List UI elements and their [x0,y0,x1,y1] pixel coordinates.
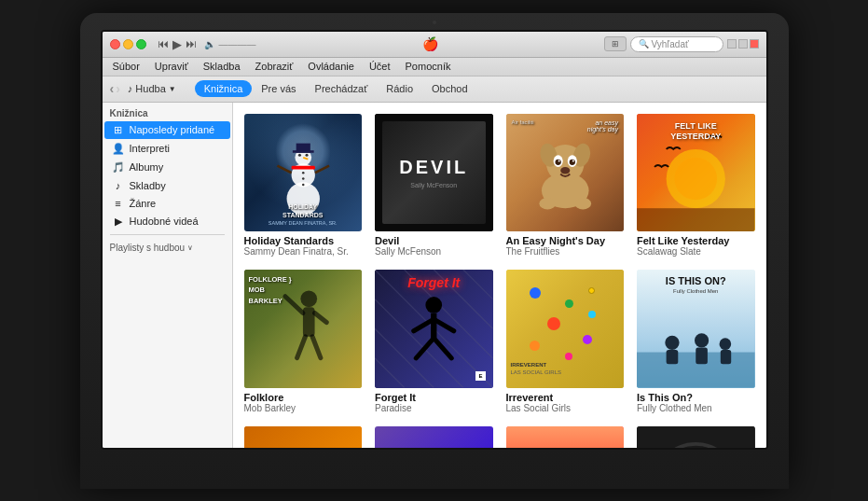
camera-dot [433,21,436,24]
resize-btn-1[interactable] [727,39,737,49]
menu-pomocnik[interactable]: Pomocník [403,60,454,73]
svg-point-43 [665,336,679,350]
minimize-button[interactable] [123,39,133,49]
search-icon: 🔍 [639,39,649,49]
album-title-3: An Easy Night's Day [506,235,625,246]
sidebar-item-zanre[interactable]: ≡ Žánre [104,195,230,212]
naposledy-icon: ⊞ [112,124,125,136]
window-resize-buttons [727,39,759,49]
tab-kniznica[interactable]: Knižnica [195,80,253,97]
tab-radio[interactable]: Rádio [377,80,422,97]
tab-prechadza[interactable]: Prechádzať [306,80,378,97]
close-x-btn[interactable] [750,39,759,49]
laptop-screen: ⏮ ▶ ⏭ 🔈 ———— 🍎 ⊞ 🔍 Vyhľadať [101,30,768,450]
album-item-4[interactable]: FELT LIKEYESTERDAY Felt Like Yesterday S… [637,114,755,257]
playlists-label[interactable]: Playlisty s hudbou ∨ [103,239,232,255]
album-title-4: Felt Like Yesterday [637,235,755,246]
svg-point-24 [560,166,570,174]
menu-skladba[interactable]: Skladba [200,60,243,73]
sidebar-section-title: Knižnica [103,103,232,120]
next-track-button[interactable]: ⏭ [186,37,197,50]
album-artist-2: Sally McFenson [375,246,493,257]
search-placeholder[interactable]: Vyhľadať [652,39,689,49]
svg-point-10 [301,177,304,180]
menu-ucet[interactable]: Účet [366,60,393,73]
svg-point-30 [300,290,317,307]
album-artist-1: Sammy Dean Finatra, Sr. [244,246,363,257]
volume-icon: 🔈 [204,39,215,49]
sidebar-item-hudvidea[interactable]: ▶ Hudobné videá [104,213,230,230]
sidebar-item-albumy[interactable]: 🎵 Albumy [104,159,230,176]
album-item-6[interactable]: Forget It E Forget It Paradise [375,270,493,413]
sidebar-divider [110,234,225,235]
svg-point-36 [425,297,442,313]
maximize-button[interactable] [136,39,146,49]
interpreti-label: Interpreti [130,143,170,154]
album-item-7[interactable]: IRREVERENTLAS SOCIAL GIRLS Irreverent La… [506,270,625,413]
resize-btn-2[interactable] [738,39,748,49]
album-item-3[interactable]: an easynight's day Air faciliti An Easy … [506,114,625,257]
svg-line-13 [314,165,328,173]
albumy-label: Albumy [130,161,164,173]
album-cover-4: FELT LIKEYESTERDAY [637,114,755,232]
play-button[interactable]: ▶ [172,37,182,51]
prev-track-button[interactable]: ⏮ [158,37,169,50]
svg-rect-49 [244,426,363,448]
music-note-icon: ♪ [128,83,133,94]
album-cover-12 [637,426,755,448]
hudvidea-label: Hudobné videá [130,216,199,227]
svg-rect-44 [667,350,679,364]
tab-obchod[interactable]: Obchod [422,80,477,97]
svg-line-34 [296,337,305,358]
title-bar: ⏮ ▶ ⏭ 🔈 ———— 🍎 ⊞ 🔍 Vyhľadať [103,32,766,58]
transport-controls: ⏮ ▶ ⏭ 🔈 ———— [158,37,256,51]
sidebar-item-interpreti[interactable]: 👤 Interpreti [104,140,230,158]
svg-line-35 [312,337,321,358]
svg-point-26 [574,197,591,209]
album-cover-10 [375,426,493,448]
menu-zobrazit[interactable]: Zobraziť [253,60,296,73]
title-bar-right: ⊞ 🔍 Vyhľadať [604,36,759,52]
album-item-11[interactable]: SUNSETBLUES [506,426,625,448]
album-cover-1: HOLIDAYSTANDARDS SAMMY DEAN FINATRA, SR. [244,114,363,232]
album-item-8[interactable]: IS THIS ON? Fully Clothed Men [637,270,755,413]
volume-slider[interactable]: ———— [219,39,256,49]
svg-rect-46 [696,347,708,364]
menu-ovladanie[interactable]: Ovládanie [305,60,357,73]
album-item-1[interactable]: HOLIDAYSTANDARDS SAMMY DEAN FINATRA, SR.… [244,114,363,257]
svg-rect-7 [292,150,313,153]
grid-view-button[interactable]: ⊞ [604,36,627,51]
forward-arrow[interactable]: › [116,81,120,96]
sidebar-item-skladby[interactable]: ♪ Skladby [104,177,230,194]
album-artist-3: The Fruitflies [506,246,625,257]
interpreti-icon: 👤 [112,143,125,155]
album-artist-4: Scalawag Slate [637,246,755,257]
album-title-8: Is This On? [637,392,755,403]
nav-bar: ‹ › ♪ Hudba ▼ Knižnica Pre vás Prechádza… [103,77,766,103]
album-cover-7: IRREVERENTLAS SOCIAL GIRLS [506,270,625,388]
menu-upravit[interactable]: Upraviť [152,60,191,73]
sidebar-item-naposledy[interactable]: ⊞ Naposledy pridané [104,121,230,139]
itunes-window: ⏮ ▶ ⏭ 🔈 ———— 🍎 ⊞ 🔍 Vyhľadať [103,32,766,448]
album-cover-2: DEVIL Sally McFenson [375,114,493,232]
album-item-2[interactable]: DEVIL Sally McFenson Devil Sally McFenso… [375,114,493,257]
albumy-icon: 🎵 [112,161,125,174]
album-cover-3: an easynight's day Air faciliti [506,114,625,232]
album-item-9[interactable]: Album 9 Artist 9 [244,426,363,448]
album-title-5: Folklore [244,392,363,403]
menu-subor[interactable]: Súbor [110,60,143,73]
svg-line-12 [277,165,291,173]
svg-point-4 [305,153,308,156]
hudvidea-icon: ▶ [112,216,125,228]
album-item-12[interactable]: Album 12 Artist 12 [637,426,755,448]
svg-line-33 [314,313,326,322]
svg-point-23 [572,160,573,161]
album-cover-5: FOLKLORE }MOBBARKLEY [244,270,363,388]
back-arrow[interactable]: ‹ [110,81,115,96]
dropdown-icon[interactable]: ▼ [169,85,176,93]
tab-pre-vas[interactable]: Pre vás [252,80,305,97]
close-button[interactable] [110,39,120,49]
svg-point-11 [301,183,304,186]
album-item-10[interactable]: Album 10 Artist 10 [375,426,493,448]
album-item-5[interactable]: FOLKLORE }MOBBARKLEY Folklore Mob Barkle… [244,270,363,413]
